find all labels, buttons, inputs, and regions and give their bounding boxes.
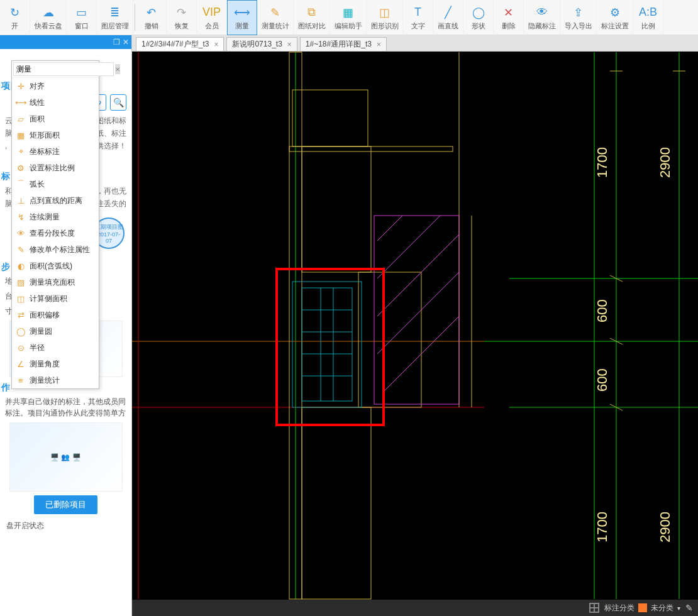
toolbar-窗口[interactable]: ▭窗口 (67, 0, 97, 35)
toolbar-label: 删除 (502, 21, 516, 31)
svg-rect-11 (292, 90, 368, 146)
toolbar-label: 测量统计 (262, 21, 289, 31)
toolbar-导入导出[interactable]: ⇪导入导出 (560, 0, 597, 35)
tab[interactable]: 新说明0713_t3× (226, 37, 297, 51)
measure-option[interactable]: ⇄面积偏移 (12, 307, 99, 323)
document-tabs: 1#2#3#4#7#户型_t3×新说明0713_t3×1#~18#通用详图_t3… (132, 35, 698, 52)
measure-option-icon: ▦ (16, 130, 26, 140)
toolbar-label: 图纸对比 (298, 21, 326, 31)
svg-line-24 (377, 216, 402, 241)
measure-option-label: 线性 (30, 97, 45, 108)
measure-option-icon: ⌒ (16, 179, 26, 189)
measure-option-icon: ∠ (16, 359, 26, 369)
measure-option[interactable]: ⟷线性 (12, 94, 99, 111)
measure-option[interactable]: ✎修改单个标注属性 (12, 241, 99, 258)
measure-option-label: 坐标标注 (30, 146, 60, 157)
toolbar-label: 快看云盘 (35, 21, 62, 31)
measure-option[interactable]: ∠测量角度 (12, 356, 99, 372)
measure-option-icon: ↯ (16, 212, 26, 222)
toolbar-label: 形状 (472, 21, 485, 31)
measure-option[interactable]: ⌖坐标标注 (12, 143, 99, 160)
measure-option-label: 测量填充面积 (30, 277, 75, 288)
search-button[interactable]: 🔍 (110, 94, 126, 111)
toolbar-编辑助手[interactable]: ▦编辑助手 (330, 0, 367, 35)
sidebar-restore-icon[interactable]: ❐ (113, 38, 120, 47)
toolbar-比例[interactable]: A:B比例 (633, 0, 663, 35)
tab-close-icon[interactable]: × (287, 40, 292, 49)
search-icon: 🔍 (113, 97, 124, 107)
恢复-icon: ↷ (174, 5, 189, 20)
measure-option-label: 面积 (30, 114, 45, 124)
measure-option[interactable]: ▱面积 (12, 111, 99, 127)
measure-option-icon: ⊥ (16, 195, 26, 206)
measure-option-icon: ⇄ (16, 310, 26, 320)
dropdown-clear-icon[interactable]: ✕ (115, 64, 120, 74)
toolbar-测量统计[interactable]: ✎测量统计 (257, 0, 294, 35)
sidebar-close-icon[interactable]: ✕ (123, 38, 129, 47)
toolbar-label: 恢复 (175, 21, 189, 31)
measure-option[interactable]: ▦矩形面积 (12, 127, 99, 143)
toolbar-形状[interactable]: ◯形状 (463, 0, 494, 35)
toolbar-图形识别[interactable]: ◫图形识别 (367, 0, 403, 35)
measure-option[interactable]: ⚙设置标注比例 (12, 160, 99, 176)
tab-label: 1#2#3#4#7#户型_t3 (141, 39, 209, 50)
toolbar-图层管理[interactable]: ≣图层管理 (97, 0, 133, 35)
toolbar-文字[interactable]: T文字 (403, 0, 433, 35)
画直线-icon: ╱ (441, 5, 456, 20)
measure-option-label: 修改单个标注属性 (30, 245, 90, 255)
measure-option[interactable]: ✛对齐 (12, 78, 99, 94)
隐藏标注-icon: 👁 (535, 5, 550, 20)
toolbar-测量[interactable]: ⟷测量 (227, 0, 257, 35)
measure-option-icon: ◐ (16, 261, 26, 271)
measure-option-icon: ◯ (16, 326, 26, 336)
measure-option[interactable]: ↯连续测量 (12, 209, 99, 225)
toolbar-隐藏标注[interactable]: 👁隐藏标注 (524, 0, 560, 35)
measure-option-label: 对齐 (30, 81, 45, 92)
measure-option[interactable]: 👁查看分段长度 (12, 225, 99, 241)
dropdown-search-input[interactable] (13, 62, 114, 76)
measure-option-label: 半径 (30, 343, 45, 353)
图纸对比-icon: ⧉ (304, 5, 319, 20)
svg-line-26 (377, 234, 459, 316)
toolbar-快看云盘[interactable]: ☁快看云盘 (30, 0, 67, 35)
edit-icon[interactable]: ✎ (685, 603, 693, 613)
tab-close-icon[interactable]: × (377, 40, 381, 49)
tab[interactable]: 1#2#3#4#7#户型_t3× (136, 37, 224, 51)
measure-option-label: 面积(含弧线) (30, 261, 72, 272)
measure-option-icon: ⊙ (16, 343, 26, 353)
measure-option[interactable]: ▨测量填充面积 (12, 274, 99, 290)
drawing-canvas[interactable]: 1700 2900 600 600 1700 2900 (132, 52, 698, 600)
measure-option[interactable]: ⊙半径 (12, 339, 99, 356)
deleted-projects-button[interactable]: 已删除项目 (34, 495, 97, 514)
toolbar-开[interactable]: ↻开 (0, 0, 30, 35)
measure-option[interactable]: ◐面积(含弧线) (12, 258, 99, 274)
tab-close-icon[interactable]: × (214, 40, 218, 49)
标注设置-icon: ⚙ (607, 5, 623, 20)
toolbar-画直线[interactable]: ╱画直线 (433, 0, 463, 35)
toolbar-label: 图形识别 (371, 21, 399, 31)
导入导出-icon: ⇪ (571, 5, 586, 20)
category-dropdown-icon[interactable]: ▾ (677, 605, 680, 612)
toolbar-会员[interactable]: VIP会员 (197, 0, 227, 35)
measure-option[interactable]: ◫计算侧面积 (12, 290, 99, 307)
measure-option[interactable]: ◯测量圆 (12, 323, 99, 339)
撤销-icon: ↶ (144, 5, 159, 20)
main-toolbar: ↻开☁快看云盘▭窗口≣图层管理↶撤销↷恢复VIP会员⟷测量✎测量统计⧉图纸对比▦… (0, 0, 698, 35)
窗口-icon: ▭ (74, 5, 89, 20)
svg-rect-29 (292, 282, 362, 407)
toolbar-撤销[interactable]: ↶撤销 (136, 0, 167, 35)
measure-option[interactable]: ⊥点到直线的距离 (12, 192, 99, 209)
toolbar-图纸对比[interactable]: ⧉图纸对比 (294, 0, 330, 35)
measure-option[interactable]: ≡测量统计 (12, 372, 99, 388)
toolbar-恢复[interactable]: ↷恢复 (167, 0, 197, 35)
measure-option[interactable]: ⌒弧长 (12, 176, 99, 192)
toolbar-标注设置[interactable]: ⚙标注设置 (597, 0, 633, 35)
measure-option-label: 查看分段长度 (30, 228, 75, 239)
测量统计-icon: ✎ (268, 5, 283, 20)
toolbar-删除[interactable]: ✕删除 (494, 0, 524, 35)
grid-icon[interactable] (589, 603, 599, 613)
会员-icon: VIP (204, 5, 219, 20)
status-bar: 标注分类 未分类 ▾ ✎ (132, 600, 698, 616)
tab[interactable]: 1#~18#通用详图_t3× (300, 37, 387, 51)
measure-option-label: 连续测量 (30, 212, 60, 223)
